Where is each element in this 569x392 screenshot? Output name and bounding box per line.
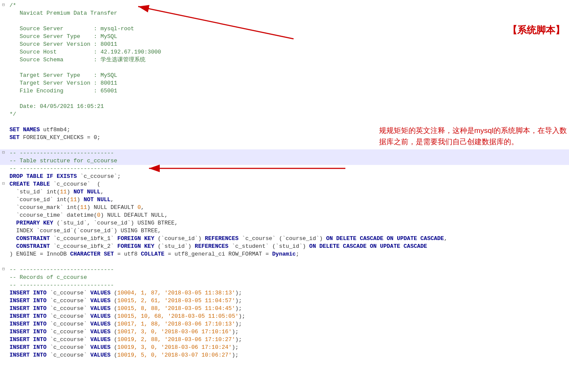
line-8: Source Schema : 学生选课管理系统 [0, 56, 569, 64]
gutter-insert6 [0, 328, 8, 329]
line-primary-key: PRIMARY KEY (`stu_id`, `course_id`) USIN… [0, 219, 569, 227]
fold-icon-create[interactable]: ⊟ [0, 180, 8, 186]
gutter-table-comment [0, 157, 8, 158]
line-5: Source Server Type : MySQL [0, 33, 569, 41]
gutter-empty-2 [0, 142, 8, 142]
line-insert9: INSERT INTO `c_ccourse` VALUES (10019, 5… [0, 351, 569, 359]
code-14: Date: 04/05/2021 16:05:21 [8, 103, 569, 111]
line-rec-dash1: ⊟ -- ---------------------------- [0, 266, 569, 274]
code-constraint2: CONSTRAINT `c_ccourse_ibfk_2` FOREIGN KE… [8, 243, 569, 250]
code-insert4: INSERT INTO `c_ccourse` VALUES (10015, 1… [8, 313, 569, 320]
code-dash1: -- ---------------------------- [8, 149, 569, 157]
line-constraint2: CONSTRAINT `c_ccourse_ibfk_2` FOREIGN KE… [0, 243, 569, 250]
gutter-6 [0, 41, 8, 41]
annotation-system-script: 【系统脚本】 [508, 24, 565, 37]
code-insert8: INSERT INTO `c_ccourse` VALUES (10019, 3… [8, 344, 569, 351]
code-insert9: INSERT INTO `c_ccourse` VALUES (10019, 5… [8, 351, 569, 359]
gutter-16 [0, 118, 8, 119]
line-engine: ) ENGINE = InnoDB CHARACTER SET = utf8 C… [0, 250, 569, 258]
line-dash2: -- ---------------------------- [0, 165, 569, 173]
code-rec-comment: -- Records of c_ccourse [8, 274, 569, 281]
code-insert3: INSERT INTO `c_ccourse` VALUES (10015, 8… [8, 305, 569, 313]
line-1: ⊟ /* [0, 2, 569, 9]
code-1: /* [8, 2, 569, 9]
gutter-insert7 [0, 336, 8, 336]
gutter-index [0, 227, 8, 228]
line-insert8: INSERT INTO `c_ccourse` VALUES (10019, 3… [0, 344, 569, 351]
gutter-empty-3 [0, 258, 8, 259]
line-ccourse-time: `ccourse_time` datetime(0) NULL DEFAULT … [0, 212, 569, 219]
line-2: Navicat Premium Data Transfer [0, 9, 569, 17]
code-dash2: -- ---------------------------- [8, 165, 569, 173]
gutter-engine [0, 250, 8, 251]
code-table-comment: -- Table structure for c_ccourse [8, 157, 569, 165]
gutter-7 [0, 48, 8, 49]
line-drop: DROP TABLE IF EXISTS `c_ccourse`; [0, 173, 569, 180]
line-6: Source Server Version : 80011 [0, 41, 569, 48]
code-stu-id: `stu_id` int(11) NOT NULL, [8, 188, 569, 196]
code-ccourse-mark: `ccourse_mark` int(11) NULL DEFAULT 0, [8, 204, 569, 212]
code-create: CREATE TABLE `c_ccourse` ( [8, 180, 569, 188]
line-insert2: INSERT INTO `c_ccourse` VALUES (10015, 2… [0, 297, 569, 305]
code-7: Source Host : 42.192.67.190:3000 [8, 48, 569, 56]
editor-area: 【系统脚本】 规规矩矩的英文注释，这种是mysql的系统脚本，在导入数 据库之前… [0, 0, 569, 392]
gutter-insert5 [0, 320, 8, 321]
line-create: ⊟ CREATE TABLE `c_ccourse` ( [0, 180, 569, 188]
gutter-course-id [0, 196, 8, 196]
gutter-15 [0, 111, 8, 111]
code-engine: ) ENGINE = InnoDB CHARACTER SET = utf8 C… [8, 250, 569, 258]
line-rec-comment: -- Records of c_ccourse [0, 274, 569, 281]
gutter-stu-id [0, 188, 8, 189]
gutter-set-foreign [0, 134, 8, 134]
gutter-3 [0, 17, 8, 18]
annotation-description: 规规矩矩的英文注释，这种是mysql的系统脚本，在导入数 据库之前，是需要我们自… [379, 125, 567, 147]
gutter-5 [0, 33, 8, 33]
gutter-constraint1 [0, 235, 8, 235]
gutter-insert4 [0, 313, 8, 313]
code-insert6: INSERT INTO `c_ccourse` VALUES (10017, 3… [8, 328, 569, 336]
line-index: INDEX `course_id`(`course_id`) USING BTR… [0, 227, 569, 235]
code-ccourse-time: `ccourse_time` datetime(0) NULL DEFAULT … [8, 212, 569, 219]
gutter-insert8 [0, 344, 8, 344]
code-insert2: INSERT INTO `c_ccourse` VALUES (10015, 2… [8, 297, 569, 305]
gutter-insert9 [0, 351, 8, 352]
code-insert1: INSERT INTO `c_ccourse` VALUES (10004, 1… [8, 289, 569, 297]
gutter-rec-comment [0, 274, 8, 274]
gutter-ccourse-mark [0, 204, 8, 204]
line-insert3: INSERT INTO `c_ccourse` VALUES (10015, 8… [0, 305, 569, 313]
code-rec-dash2: -- ---------------------------- [8, 281, 569, 289]
line-3 [0, 17, 569, 25]
code-5: Source Server Type : MySQL [8, 33, 569, 41]
line-insert7: INSERT INTO `c_ccourse` VALUES (10019, 2… [0, 336, 569, 344]
code-4: Source Server : mysql-root [8, 25, 569, 33]
line-7: Source Host : 42.192.67.190:3000 [0, 48, 569, 56]
code-primary-key: PRIMARY KEY (`stu_id`, `course_id`) USIN… [8, 219, 569, 227]
line-constraint1: CONSTRAINT `c_ccourse_ibfk_1` FOREIGN KE… [0, 235, 569, 243]
fold-icon-dash1[interactable]: ⊟ [0, 149, 8, 155]
line-14: Date: 04/05/2021 16:05:21 [0, 103, 569, 111]
gutter-drop [0, 173, 8, 173]
code-insert7: INSERT INTO `c_ccourse` VALUES (10019, 2… [8, 336, 569, 344]
gutter-rec-dash2 [0, 281, 8, 282]
gutter-insert3 [0, 305, 8, 305]
gutter-10 [0, 72, 8, 72]
line-insert1: INSERT INTO `c_ccourse` VALUES (10004, 1… [0, 289, 569, 297]
code-9 [8, 64, 569, 72]
line-rec-dash2: -- ---------------------------- [0, 281, 569, 289]
code-empty-3 [8, 258, 569, 266]
code-13 [8, 95, 569, 103]
fold-icon-rec[interactable]: ⊟ [0, 266, 8, 272]
line-12: File Encoding : 65001 [0, 87, 569, 95]
gutter-2 [0, 9, 8, 10]
line-course-id: `course_id` int(11) NOT NULL, [0, 196, 569, 204]
line-4: Source Server : mysql-root [0, 25, 569, 33]
gutter-8 [0, 56, 8, 57]
line-9 [0, 64, 569, 72]
line-ccourse-mark: `ccourse_mark` int(11) NULL DEFAULT 0, [0, 204, 569, 212]
line-empty-3 [0, 258, 569, 266]
code-rec-dash1: -- ---------------------------- [8, 266, 569, 274]
fold-icon-1[interactable]: ⊟ [0, 2, 8, 7]
code-11: Target Server Version : 80011 [8, 79, 569, 87]
gutter-13 [0, 95, 8, 95]
code-8: Source Schema : 学生选课管理系统 [8, 56, 569, 64]
